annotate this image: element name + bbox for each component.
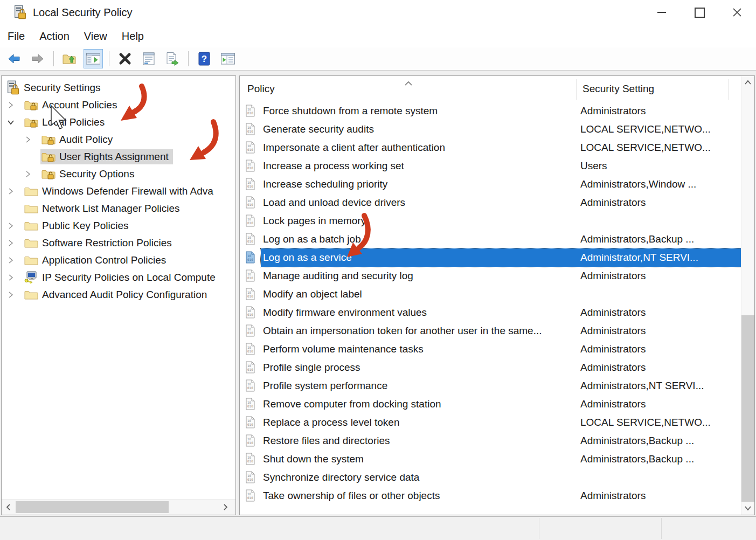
new-window-button[interactable] xyxy=(218,49,238,68)
chevron-right-icon[interactable] xyxy=(7,274,23,281)
tree-horizontal-scrollbar[interactable] xyxy=(2,499,235,515)
tree-item-advanced-audit-policy-configuration[interactable]: Advanced Audit Policy Configuration xyxy=(2,286,235,303)
scroll-up-arrow-icon[interactable] xyxy=(741,79,754,86)
menu-view[interactable]: View xyxy=(84,30,107,43)
chevron-right-icon[interactable] xyxy=(7,188,23,195)
menu-action[interactable]: Action xyxy=(39,30,70,43)
security-setting-value: LOCAL SERVICE,NETWO... xyxy=(580,417,711,428)
column-header-security-setting[interactable]: Security Setting xyxy=(582,83,654,95)
policy-row-log-on-as-a-service[interactable]: 10010Log on as a serviceAdministrator,NT… xyxy=(240,248,741,267)
scrollbar-thumb[interactable] xyxy=(741,315,754,502)
export-list-icon xyxy=(165,52,179,66)
properties-button[interactable] xyxy=(139,49,158,68)
policy-row-impersonate-a-client-after-authentication[interactable]: 10010Impersonate a client after authenti… xyxy=(240,139,741,157)
tree-item-network-list-manager-policies[interactable]: Network List Manager Policies xyxy=(2,200,235,217)
policy-row-increase-scheduling-priority[interactable]: 10010Increase scheduling priorityAdminis… xyxy=(240,175,741,193)
policy-row-modify-an-object-label[interactable]: 10010Modify an object label xyxy=(240,285,741,303)
chevron-right-icon[interactable] xyxy=(7,257,23,264)
chevron-right-icon[interactable] xyxy=(24,136,40,143)
menu-file[interactable]: File xyxy=(8,30,25,43)
policy-row-load-and-unload-device-drivers[interactable]: 10010Load and unload device driversAdmin… xyxy=(240,193,741,212)
scroll-left-arrow-icon[interactable] xyxy=(3,500,15,515)
policy-row-synchronize-directory-service-data[interactable]: 10010Synchronize directory service data xyxy=(240,468,741,487)
policy-row-take-ownership-of-files-or-other-objects[interactable]: 10010Take ownership of files or other ob… xyxy=(240,487,741,505)
column-divider[interactable] xyxy=(728,79,729,100)
policy-row-generate-security-audits[interactable]: 10010Generate security auditsLOCAL SERVI… xyxy=(240,120,741,139)
policy-row-force-shutdown-from-a-remote-system[interactable]: 10010Force shutdown from a remote system… xyxy=(240,102,741,120)
tree-item-label: Audit Policy xyxy=(59,134,113,146)
statusbar-divider xyxy=(661,518,662,539)
menu-help[interactable]: Help xyxy=(122,30,144,43)
policy-row-profile-single-process[interactable]: 10010Profile single processAdministrator… xyxy=(240,358,741,377)
help-icon: ? xyxy=(198,52,210,66)
scroll-right-arrow-icon[interactable] xyxy=(219,500,231,515)
tree-item-audit-policy[interactable]: Audit Policy xyxy=(2,131,235,148)
policy-name: Profile single process xyxy=(263,362,579,373)
chevron-right-icon[interactable] xyxy=(7,101,23,109)
policy-row-modify-firmware-environment-values[interactable]: 10010Modify firmware environment valuesA… xyxy=(240,303,741,322)
policy-doc-icon: 10010 xyxy=(245,434,256,447)
folder-lock-icon xyxy=(41,133,56,146)
policy-row-log-on-as-a-batch-job[interactable]: 10010Log on as a batch jobAdministrators… xyxy=(240,230,741,248)
tree-item-security-options[interactable]: Security Options xyxy=(2,165,235,183)
title-bar: Local Security Policy xyxy=(0,0,756,25)
svg-text:10: 10 xyxy=(247,272,252,276)
chevron-right-icon[interactable] xyxy=(7,291,23,299)
close-icon xyxy=(732,8,742,17)
column-header-policy[interactable]: Policy xyxy=(247,83,275,95)
tree-item-security-settings[interactable]: Security Settings xyxy=(2,79,235,96)
minimize-button[interactable] xyxy=(643,0,681,25)
computer-key-icon xyxy=(24,271,38,284)
back-button[interactable] xyxy=(4,49,24,68)
policy-row-profile-system-performance[interactable]: 10010Profile system performanceAdministr… xyxy=(240,377,741,395)
tree-item-account-policies[interactable]: Account Policies xyxy=(2,96,235,114)
security-setting-value: Administrators xyxy=(580,325,646,337)
policy-row-increase-a-process-working-set[interactable]: 10010Increase a process working setUsers xyxy=(240,157,741,175)
policy-row-perform-volume-maintenance-tasks[interactable]: 10010Perform volume maintenance tasksAdm… xyxy=(240,340,741,358)
policy-name: Log on as a service xyxy=(263,252,579,264)
policy-row-remove-computer-from-docking-station[interactable]: 10010Remove computer from docking statio… xyxy=(240,395,741,413)
show-console-tree-button[interactable] xyxy=(84,49,103,68)
security-setting-value: Administrators xyxy=(580,307,646,319)
policy-doc-icon: 10010 xyxy=(245,160,256,172)
chevron-right-icon[interactable] xyxy=(24,170,40,178)
export-list-button[interactable] xyxy=(163,49,182,68)
column-divider[interactable] xyxy=(576,79,577,100)
policy-name: Manage auditing and security log xyxy=(263,270,579,282)
policy-doc-icon: 10010 xyxy=(245,306,256,319)
svg-text:010: 010 xyxy=(247,258,253,261)
policy-row-lock-pages-in-memory[interactable]: 10010Lock pages in memory xyxy=(240,212,741,230)
main-area: Security SettingsAccount PoliciesLocal P… xyxy=(0,71,756,516)
tree-item-local-policies[interactable]: Local Policies xyxy=(2,114,235,131)
policy-row-restore-files-and-directories[interactable]: 10010Restore files and directoriesAdmini… xyxy=(240,432,741,450)
list-vertical-scrollbar[interactable] xyxy=(741,76,754,515)
close-button[interactable] xyxy=(718,0,756,25)
scroll-down-arrow-icon[interactable] xyxy=(741,505,754,511)
maximize-button[interactable] xyxy=(681,0,718,25)
tree-item-label: Account Policies xyxy=(42,99,117,111)
tree-item-windows-defender-firewall-with-adva[interactable]: Windows Defender Firewall with Adva xyxy=(2,183,235,200)
policy-row-replace-a-process-level-token[interactable]: 10010Replace a process level tokenLOCAL … xyxy=(240,413,741,432)
tree-item-application-control-policies[interactable]: Application Control Policies xyxy=(2,252,235,269)
delete-button[interactable] xyxy=(115,49,135,68)
scrollbar-thumb[interactable] xyxy=(16,501,169,513)
help-button[interactable]: ? xyxy=(195,49,214,68)
svg-text:010: 010 xyxy=(247,368,253,371)
up-one-level-button[interactable] xyxy=(60,49,79,68)
tree-item-ip-security-policies-on-local-compute[interactable]: IP Security Policies on Local Compute xyxy=(2,269,235,286)
policy-row-obtain-an-impersonation-token-for-another-user-in-the-same[interactable]: 10010Obtain an impersonation token for a… xyxy=(240,322,741,340)
chevron-right-icon[interactable] xyxy=(7,239,23,247)
svg-text:10: 10 xyxy=(247,437,252,441)
policy-row-manage-auditing-and-security-log[interactable]: 10010Manage auditing and security logAdm… xyxy=(240,267,741,285)
policy-row-shut-down-the-system[interactable]: 10010Shut down the systemAdministrators,… xyxy=(240,450,741,468)
tree-item-public-key-policies[interactable]: Public Key Policies xyxy=(2,217,235,234)
tree-item-user-rights-assignment[interactable]: User Rights Assignment xyxy=(2,148,235,165)
policy-name: Lock pages in memory xyxy=(263,215,579,227)
security-setting-value: Administrators xyxy=(580,270,646,282)
svg-text:?: ? xyxy=(202,54,207,64)
chevron-right-icon[interactable] xyxy=(7,222,23,230)
chevron-down-icon[interactable] xyxy=(7,119,23,126)
tree-item-label: Security Settings xyxy=(24,82,101,94)
forward-button[interactable] xyxy=(28,49,47,68)
tree-item-software-restriction-policies[interactable]: Software Restriction Policies xyxy=(2,234,235,252)
